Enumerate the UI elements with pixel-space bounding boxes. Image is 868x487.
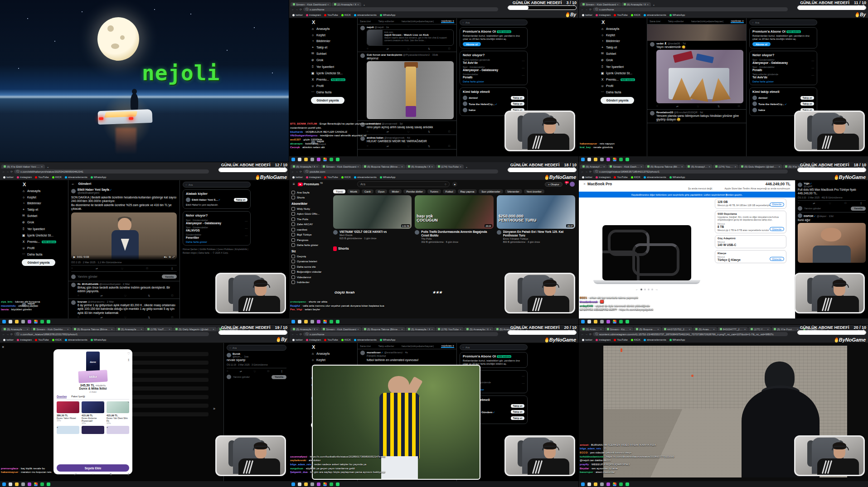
post-actions[interactable]: ○⇄♡□↥ xyxy=(71,265,177,272)
bookmark-item[interactable]: WhatsApp xyxy=(380,14,396,16)
you-header[interactable]: Siz xyxy=(291,250,328,253)
yt-sidebar-item[interactable]: Geçmiş xyxy=(291,255,328,258)
browser-tab[interactable]: (5) Boşuna Takma... × xyxy=(634,327,661,331)
more-products-row[interactable]: + + + xyxy=(57,426,129,434)
follow-suggestion[interactable]: Tuna the HelenCry...✓ Takip et xyxy=(752,101,814,106)
tab-close-icon[interactable]: × xyxy=(460,165,461,168)
edit-button[interactable]: Düzenle xyxy=(770,257,784,261)
keyboard-option[interactable]: Klavye Mevcut Türkçe Q Klavye Düzenle xyxy=(715,250,786,263)
browser-tab[interactable]: (5) Anasayfa / X × xyxy=(464,327,494,331)
tab-close-icon[interactable]: × xyxy=(357,165,359,168)
taskbar-icon[interactable] xyxy=(594,482,597,486)
yt-search-input[interactable]: Ara○ xyxy=(357,181,450,187)
yt-sidebar-item[interactable]: Oynatma listeleri xyxy=(291,260,328,263)
notifications-icon[interactable]: ◔9+ xyxy=(565,183,567,186)
bookmark-item[interactable]: instagram xyxy=(306,338,321,341)
bookmark-item[interactable]: twitter xyxy=(582,176,592,178)
shorts-thumbnail[interactable]: ★★★ xyxy=(431,252,461,296)
filter-chip[interactable]: İzlenenler xyxy=(505,189,522,193)
browser-tab[interactable]: (5) Boşuna Takma (Bilmec... × xyxy=(645,164,685,169)
browser-tab[interactable]: (5) X'te Football Crit... × xyxy=(771,327,800,331)
filter-chip[interactable]: Müzik xyxy=(347,189,360,193)
browser-tab[interactable]: (5) Anasayfa / X × xyxy=(116,327,145,331)
search-input[interactable]: ○Ara xyxy=(749,19,817,25)
tab-close-icon[interactable]: × xyxy=(744,328,746,331)
bookmark-item[interactable]: KICK xyxy=(631,338,640,341)
bookmark-item[interactable]: KICK xyxy=(631,14,640,16)
x-nav-item[interactable]: ⌂ Anasayfa xyxy=(311,352,357,355)
taskbar-icon[interactable] xyxy=(594,158,597,161)
search-input[interactable]: ○Ara xyxy=(183,182,251,188)
video-thumbnail[interactable]: $250.000.000 PENTHOUSE TURU29:47 xyxy=(497,195,575,229)
reply-button[interactable]: Yanıtla xyxy=(162,275,177,279)
bookmark-item[interactable]: instagram xyxy=(17,176,32,178)
x-nav-item[interactable]: ⊘ Grok xyxy=(601,58,647,62)
post-link-card[interactable]: nejoli @nejoli · 1s kick.com nejoli Stre… xyxy=(358,24,456,52)
browser-tab[interactable]: Stream - Kick Dashboard × xyxy=(320,164,361,169)
taskbar-icon[interactable] xyxy=(581,320,585,323)
browser-tab[interactable]: (5) Anasayfa / X × xyxy=(580,327,604,331)
yt-sidebar-item[interactable]: Aşkın Gücü Offic... xyxy=(291,212,328,216)
browser-tab[interactable]: Stream - Kick Dashboard × xyxy=(320,327,361,331)
taskbar-icon[interactable] xyxy=(336,158,339,161)
timeline-tab[interactable]: Sana özel xyxy=(360,20,371,23)
share-icon[interactable]: ↥ xyxy=(127,358,130,362)
timeline-tab[interactable]: hatunlar(türkiye&azerbaycan) xyxy=(691,20,724,23)
follow-button[interactable]: Takip et xyxy=(800,102,814,106)
taskbar-icon[interactable] xyxy=(291,482,295,486)
browser-tab[interactable]: (5) Anasayfa / X × xyxy=(580,164,607,169)
bookmark-item[interactable]: twitter xyxy=(3,338,14,341)
timeline-tab[interactable]: Sana özel xyxy=(650,20,660,23)
tab-close-icon[interactable]: × xyxy=(357,3,359,6)
x-nav-item[interactable]: X Premiu... %50 indirim xyxy=(601,78,647,81)
stats-icon[interactable]: ⇅ xyxy=(428,130,430,133)
bookmark-icon[interactable]: □ xyxy=(448,145,450,148)
tab-close-icon[interactable]: × xyxy=(316,328,318,331)
bookmark-item[interactable]: YouTube xyxy=(614,14,628,16)
x-nav-item[interactable]: ☺ Profil xyxy=(601,84,647,87)
more-icon[interactable]: ⋯ xyxy=(522,59,524,62)
browser-tab[interactable]: (5) Anasayfa / X × xyxy=(291,164,320,169)
stats-icon[interactable]: ⇅ xyxy=(148,294,150,297)
taskbar-icon[interactable] xyxy=(304,482,308,486)
show-more-link[interactable]: Daha fazla göster xyxy=(752,80,814,83)
bookmark-item[interactable]: streamelements xyxy=(354,14,377,16)
tab-close-icon[interactable]: × xyxy=(490,328,491,331)
browser-tab[interactable]: (5) Boşuna Takma (Bilmece... × xyxy=(362,327,405,331)
reply-composer[interactable]: Yanıtını gönder Yanıtla xyxy=(798,205,866,212)
bookmark-item[interactable]: instagram xyxy=(596,14,611,16)
x-nav-item[interactable]: ◔ Bildirimler xyxy=(22,202,68,205)
refresh-icon[interactable]: ⟳ xyxy=(300,8,302,11)
yt-sidebar-item[interactable]: Videolarınız xyxy=(291,275,328,279)
taskbar-icon[interactable] xyxy=(317,158,320,161)
repost-icon[interactable]: ⇄ xyxy=(101,294,103,297)
yt-sidebar-item[interactable]: Daha fazla göster xyxy=(291,243,328,247)
x-logo[interactable]: X xyxy=(23,182,68,187)
x-nav-item[interactable]: ☺ Profil xyxy=(22,246,68,250)
more-icon[interactable]: ⋯ xyxy=(522,73,524,77)
taskbar-icon[interactable] xyxy=(310,320,314,323)
close-icon[interactable]: × xyxy=(2,345,4,349)
taskbar-icon[interactable] xyxy=(21,320,25,323)
taskbar-icon[interactable] xyxy=(581,158,585,161)
taskbar-icon[interactable] xyxy=(317,482,320,486)
x-nav-item[interactable]: ☺ Profil xyxy=(311,84,357,87)
taskbar-icon[interactable] xyxy=(613,320,616,323)
taskbar-icon[interactable] xyxy=(600,482,604,486)
bookmark-item[interactable]: YouTube xyxy=(35,338,49,341)
x-footer-links[interactable]: Hizmet Şartları | Gizlilik Politikası | … xyxy=(183,248,251,255)
filter-chip[interactable]: Mixler xyxy=(389,189,402,193)
more-icon[interactable]: ⋯ xyxy=(245,227,247,230)
x-logo[interactable]: X xyxy=(312,19,357,25)
like-icon[interactable]: ♡ xyxy=(407,145,409,148)
taskbar-icon[interactable] xyxy=(2,320,6,323)
bookmark-item[interactable]: twitter xyxy=(582,14,592,16)
follow-suggestion[interactable]: Tuna the HelenCry...✓ Takip et xyxy=(463,101,524,106)
compose-post-button[interactable]: Gönderi yayınla xyxy=(22,259,55,266)
tab-close-icon[interactable]: × xyxy=(640,165,642,168)
follow-button[interactable]: Takip et xyxy=(800,96,814,100)
bookmark-item[interactable]: twitter xyxy=(292,338,303,341)
follow-button[interactable]: Takip et xyxy=(511,404,524,408)
yt-sidebar-item[interactable]: Zafer AKCAY xyxy=(291,222,328,226)
browser-tab[interactable]: (174) YouTube × xyxy=(713,164,738,169)
